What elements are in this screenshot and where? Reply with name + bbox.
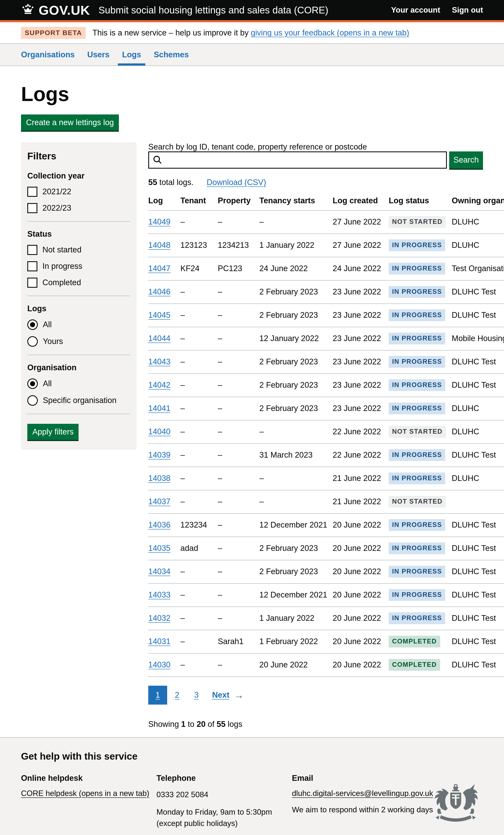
status-option[interactable]: Not started [27,245,130,255]
logs-filter-option[interactable]: Yours [27,336,130,347]
checkbox[interactable] [27,261,37,271]
nav-tab[interactable]: Schemes [149,44,193,65]
pagination-page[interactable]: 3 [187,686,206,705]
status-badge: NOT STARTED [389,496,446,508]
tenant-cell: – [180,444,218,467]
nav-tab[interactable]: Users [83,44,114,65]
log-created-cell: 24 June 2022 [332,257,389,280]
collection-year-option[interactable]: 2022/23 [27,203,130,213]
telephone-number: 0333 202 5084 [157,789,292,800]
helpdesk-heading: Online helpdesk [21,774,157,783]
collection-year-option[interactable]: 2021/22 [27,187,130,197]
col-log-created: Log created [332,196,389,210]
log-id-link[interactable]: 14043 [148,357,170,366]
create-lettings-log-button[interactable]: Create a new lettings log [21,115,119,130]
sign-out-link[interactable]: Sign out [452,6,483,15]
tenancy-starts-cell: 2 February 2023 [259,397,332,420]
tenant-cell: – [180,490,218,513]
property-cell: – [218,280,259,304]
status-badge: IN PROGRESS [389,309,445,321]
radio-button[interactable] [27,336,38,347]
showing-summary: Showing 1 to 20 of 55 logs [148,720,483,737]
log-id-link[interactable]: 14041 [148,404,170,413]
govuk-header: GOV.UK Submit social housing lettings an… [0,0,504,22]
your-account-link[interactable]: Your account [391,6,440,15]
checkbox[interactable] [27,203,37,213]
table-row: 14043 – – 2 February 2023 23 June 2022 I… [148,350,504,373]
tenant-cell: – [180,304,218,327]
log-created-cell: 20 June 2022 [332,653,389,677]
search-input[interactable] [162,152,446,168]
showing-total: 55 [217,720,225,729]
status-option[interactable]: Completed [27,278,130,288]
log-created-cell: 20 June 2022 [332,630,389,653]
log-id-link[interactable]: 14030 [148,660,170,669]
checkbox[interactable] [27,245,37,255]
checkbox-label: Not started [42,245,81,254]
col-log-status: Log status [389,196,452,210]
nav-tab[interactable]: Organisations [17,44,79,65]
status-option[interactable]: In progress [27,261,130,271]
status-badge: COMPLETED [389,659,440,671]
telephone-hours-line1: Monday to Friday, 9am to 5:30pm [157,807,292,818]
log-id-link[interactable]: 14044 [148,334,170,343]
checkbox-label: In progress [42,262,82,271]
log-id-link[interactable]: 14036 [148,521,170,529]
nav-tab[interactable]: Logs [118,44,145,65]
log-id-link[interactable]: 14031 [148,637,170,646]
feedback-link[interactable]: giving us your feedback (opens in a new … [251,28,409,37]
pagination-page[interactable]: 1 [148,686,167,705]
radio-label: Specific organisation [43,396,117,405]
log-id-link[interactable]: 14040 [148,427,170,436]
total-logs-text: total logs. [157,178,194,187]
property-cell: – [218,467,259,490]
pagination-next[interactable]: Next [212,691,229,699]
apply-filters-button[interactable]: Apply filters [27,424,79,440]
showing-text: logs [225,720,242,729]
telephone-hours-line2: (except public holidays) [157,818,292,829]
organisation-filter-option[interactable]: All [27,379,130,389]
log-id-link[interactable]: 14038 [148,474,170,483]
table-row: 14039 – – 31 March 2023 22 June 2022 IN … [148,444,504,467]
footer: Get help with this service Online helpde… [0,737,504,835]
log-id-link[interactable]: 14042 [148,381,170,389]
property-cell: – [218,210,259,234]
log-id-link[interactable]: 14032 [148,614,170,623]
property-cell: PC123 [218,257,259,280]
table-row: 14038 – – – 21 June 2022 IN PROGRESS DLU… [148,467,504,490]
log-id-link[interactable]: 14035 [148,544,170,552]
status-badge: IN PROGRESS [389,239,445,251]
table-row: 14037 – – – 21 June 2022 NOT STARTED [148,490,504,513]
log-id-link[interactable]: 14046 [148,287,170,296]
core-helpdesk-link[interactable]: CORE helpdesk (opens in a new tab) [21,789,149,798]
log-id-link[interactable]: 14049 [148,217,170,226]
log-id-link[interactable]: 14033 [148,590,170,599]
service-name-link[interactable]: Submit social housing lettings and sales… [99,4,328,16]
pagination-page[interactable]: 2 [167,686,186,705]
log-id-link[interactable]: 14048 [148,241,170,249]
log-id-link[interactable]: 14037 [148,497,170,506]
owning-organisation-cell: DLUHC Test [452,373,504,397]
checkbox[interactable] [27,187,37,197]
log-id-link[interactable]: 14039 [148,450,170,459]
radio-button[interactable] [27,395,38,406]
log-id-link[interactable]: 14045 [148,311,170,320]
email-link[interactable]: dluhc.digital-services@levellingup.gov.u… [292,789,433,798]
search-button[interactable]: Search [449,151,483,169]
log-created-cell: 23 June 2022 [332,280,389,304]
radio-button[interactable] [27,379,38,389]
property-cell: – [218,513,259,537]
tenant-cell: – [180,373,218,397]
search-icon [153,155,162,165]
download-csv-link[interactable]: Download (CSV) [207,178,266,187]
log-id-link[interactable]: 14034 [148,567,170,576]
log-created-cell: 20 June 2022 [332,513,389,537]
govuk-logo[interactable]: GOV.UK [21,3,90,18]
email-note: We aim to respond within 2 working days [292,804,439,815]
logs-filter-option[interactable]: All [27,320,130,330]
beta-tag: SUPPORT BETA [21,27,86,39]
checkbox[interactable] [27,278,37,288]
organisation-filter-option[interactable]: Specific organisation [27,395,130,406]
radio-button[interactable] [27,320,38,330]
log-id-link[interactable]: 14047 [148,264,170,273]
